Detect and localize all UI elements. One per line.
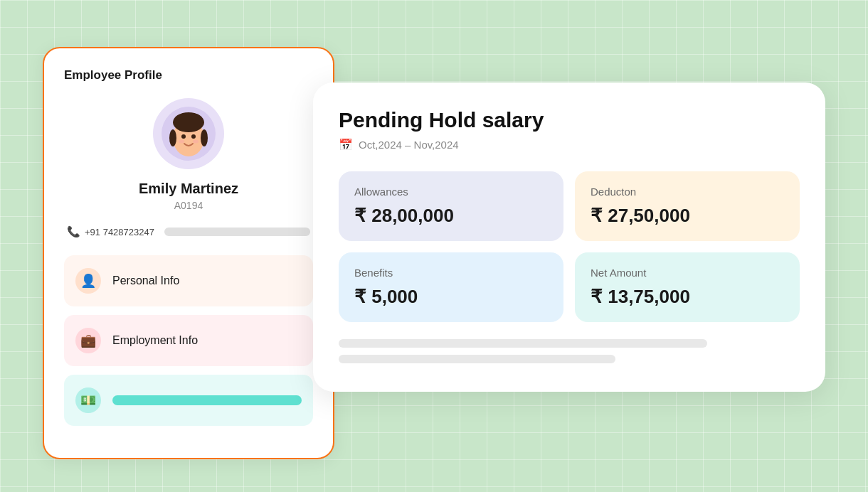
benefits-label: Benefits xyxy=(354,267,548,279)
benefits-value: ₹ 5,000 xyxy=(354,286,548,308)
avatar-wrap xyxy=(64,98,313,169)
contact-phone: 📞 +91 7428723247 xyxy=(67,225,154,238)
calendar-icon: 📅 xyxy=(339,138,353,151)
svg-point-2 xyxy=(173,112,204,132)
deduction-label: Deducton xyxy=(591,186,784,198)
bottom-bars xyxy=(339,339,800,363)
allowances-label: Allowances xyxy=(354,186,548,198)
net-amount-label: Net Amount xyxy=(591,267,784,279)
svg-point-5 xyxy=(179,140,184,144)
employee-id: A0194 xyxy=(64,200,313,211)
bottom-bar-2 xyxy=(339,355,615,363)
allowances-value: ₹ 28,00,000 xyxy=(354,205,548,227)
net-amount-value: ₹ 13,75,000 xyxy=(591,286,784,308)
scene: Employee Profile xyxy=(43,26,825,466)
svg-point-8 xyxy=(201,129,208,146)
employment-info-label: Employment Info xyxy=(112,334,198,347)
email-bar xyxy=(164,228,310,236)
employee-name: Emily Martinez xyxy=(64,181,313,197)
menu-item-salary[interactable]: 💵 xyxy=(64,375,313,426)
svg-point-6 xyxy=(193,140,199,144)
salary-card: Pending Hold salary 📅 Oct,2024 – Nov,202… xyxy=(313,82,825,392)
salary-icon: 💵 xyxy=(75,387,101,413)
personal-icon: 👤 xyxy=(75,268,101,294)
menu-item-personal[interactable]: 👤 Personal Info xyxy=(64,255,313,306)
stat-box-deduction: Deducton ₹ 27,50,000 xyxy=(575,171,800,241)
stat-box-allowances: Allowances ₹ 28,00,000 xyxy=(339,171,563,241)
profile-card: Employee Profile xyxy=(43,47,334,459)
salary-date-row: 📅 Oct,2024 – Nov,2024 xyxy=(339,138,800,151)
salary-date-range: Oct,2024 – Nov,2024 xyxy=(359,139,459,151)
profile-card-title: Employee Profile xyxy=(64,68,313,82)
phone-icon: 📞 xyxy=(67,225,80,238)
stats-grid: Allowances ₹ 28,00,000 Deducton ₹ 27,50,… xyxy=(339,171,800,322)
employment-icon: 💼 xyxy=(75,328,101,353)
salary-card-title: Pending Hold salary xyxy=(339,108,800,132)
stat-box-benefits: Benefits ₹ 5,000 xyxy=(339,252,563,322)
menu-item-employment[interactable]: 💼 Employment Info xyxy=(64,315,313,366)
svg-point-7 xyxy=(169,129,176,146)
svg-point-3 xyxy=(181,134,186,139)
stat-box-net: Net Amount ₹ 13,75,000 xyxy=(575,252,800,322)
svg-point-4 xyxy=(191,134,196,139)
avatar xyxy=(153,98,224,169)
contact-row: 📞 +91 7428723247 xyxy=(64,225,313,238)
personal-info-label: Personal Info xyxy=(112,274,179,287)
bottom-bar-1 xyxy=(339,339,707,348)
deduction-value: ₹ 27,50,000 xyxy=(591,205,784,227)
salary-bar xyxy=(112,395,302,405)
phone-number: +91 7428723247 xyxy=(85,227,154,237)
